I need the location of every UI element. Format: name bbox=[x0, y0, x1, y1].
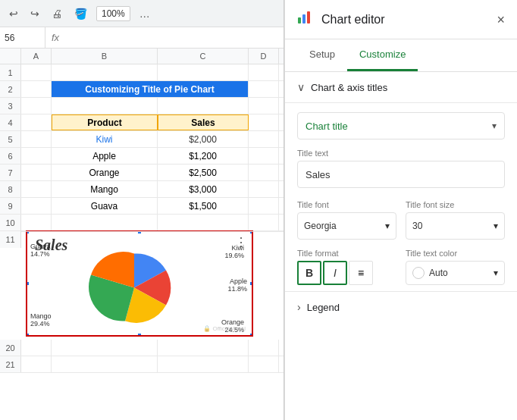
editor-header: Chart editor × bbox=[285, 0, 517, 39]
cell-1d[interactable] bbox=[249, 64, 279, 80]
col-header-d: D bbox=[249, 49, 279, 64]
close-button[interactable]: × bbox=[497, 13, 505, 27]
title-text-label: Title text bbox=[297, 149, 505, 158]
title-font-dropdown[interactable]: Georgia ▾ bbox=[297, 212, 396, 240]
cell-6d[interactable] bbox=[249, 148, 279, 164]
cell-9b[interactable]: Guava bbox=[52, 198, 158, 214]
title-text-input[interactable] bbox=[297, 161, 505, 188]
section-chart-axis-titles[interactable]: ∨ Chart & axis titles bbox=[285, 72, 517, 103]
cell-21c[interactable] bbox=[158, 356, 249, 372]
cell-5b[interactable]: Kiwi bbox=[52, 131, 158, 147]
resize-handle-bm[interactable] bbox=[137, 333, 142, 337]
cell-7a[interactable] bbox=[21, 165, 52, 180]
cell-21a[interactable] bbox=[21, 356, 52, 372]
chart-title-dropdown[interactable]: Chart title ▾ bbox=[297, 112, 505, 139]
resize-handle-bl[interactable] bbox=[26, 333, 30, 337]
cell-20b[interactable] bbox=[52, 340, 158, 356]
cell-2a[interactable] bbox=[21, 81, 52, 97]
tab-customize[interactable]: Customize bbox=[347, 39, 418, 71]
cell-21d[interactable] bbox=[249, 356, 279, 372]
resize-handle-br[interactable] bbox=[249, 333, 253, 337]
cell-7d[interactable] bbox=[249, 165, 279, 180]
bold-button[interactable]: B bbox=[297, 261, 321, 285]
redo-button[interactable]: ↪ bbox=[27, 6, 42, 21]
cell-20c[interactable] bbox=[158, 340, 249, 356]
cell-20a[interactable] bbox=[21, 340, 52, 356]
title-color-label: Title text color bbox=[406, 249, 505, 258]
cell-10b[interactable] bbox=[52, 215, 158, 230]
cell-10a[interactable] bbox=[21, 215, 52, 230]
cell-8c[interactable]: $3,000 bbox=[158, 181, 249, 197]
cell-2d[interactable] bbox=[249, 81, 279, 97]
row-num-7: 7 bbox=[0, 165, 21, 180]
section-title-chart-axis: Chart & axis titles bbox=[311, 82, 387, 93]
undo-button[interactable]: ↩ bbox=[6, 6, 21, 21]
svg-rect-0 bbox=[298, 17, 301, 24]
cell-8d[interactable] bbox=[249, 181, 279, 197]
cell-8b[interactable]: Mango bbox=[52, 181, 158, 197]
cell-1a[interactable] bbox=[21, 64, 52, 80]
toolbar: ↩ ↪ 🖨 🪣 100% … bbox=[0, 0, 284, 27]
row-num-11: 11 bbox=[0, 231, 21, 248]
table-row: 11 bbox=[0, 231, 284, 232]
cell-9a[interactable] bbox=[21, 198, 52, 214]
row-num-2: 2 bbox=[0, 81, 21, 97]
chart-title-type-group: Chart title ▾ bbox=[285, 103, 517, 146]
table-row: 10 bbox=[0, 215, 284, 231]
row-num-8: 8 bbox=[0, 181, 21, 197]
format-buttons: B I ≡ bbox=[297, 261, 396, 285]
row-num-10: 10 bbox=[0, 215, 21, 230]
cell-10d[interactable] bbox=[249, 215, 279, 230]
dropdown-arrow-icon: ▾ bbox=[492, 121, 497, 131]
cell-3b[interactable] bbox=[52, 98, 158, 114]
cell-5c[interactable]: $2,000 bbox=[158, 131, 249, 147]
cell-3d[interactable] bbox=[249, 98, 279, 114]
grid-container: A B C D 1 2 Customizing Title of Pie Cha… bbox=[0, 49, 284, 420]
product-header[interactable]: Product bbox=[52, 114, 158, 130]
spreadsheet-title-cell[interactable]: Customizing Title of Pie Chart bbox=[52, 81, 249, 97]
tab-setup[interactable]: Setup bbox=[297, 39, 347, 71]
cell-1b[interactable] bbox=[52, 64, 158, 80]
cell-1c[interactable] bbox=[158, 64, 249, 80]
editor-title: Chart editor bbox=[321, 13, 487, 27]
cell-4d[interactable] bbox=[249, 114, 279, 130]
pie-chart bbox=[81, 246, 187, 330]
legend-title: Legend bbox=[307, 302, 340, 313]
cell-7c[interactable]: $2,500 bbox=[158, 165, 249, 180]
cell-6b[interactable]: Apple bbox=[52, 148, 158, 164]
print-button[interactable]: 🖨 bbox=[49, 6, 65, 21]
cell-21b[interactable] bbox=[52, 356, 158, 372]
cell-5a[interactable] bbox=[21, 131, 52, 147]
zoom-display[interactable]: 100% bbox=[96, 6, 130, 21]
resize-handle-mr[interactable] bbox=[249, 281, 253, 286]
title-font-size-group: Title font size 30 ▾ bbox=[406, 200, 505, 240]
cell-9c[interactable]: $1,500 bbox=[158, 198, 249, 214]
chart-container[interactable]: Sales ⋮ Kiwi19.6% Apple11.8% Orange24.5%… bbox=[26, 230, 253, 337]
cell-reference: 56 bbox=[0, 27, 45, 48]
cell-6a[interactable] bbox=[21, 148, 52, 164]
cell-3c[interactable] bbox=[158, 98, 249, 114]
cell-8a[interactable] bbox=[21, 181, 52, 197]
cell-7b[interactable]: Orange bbox=[52, 165, 158, 180]
italic-button[interactable]: I bbox=[323, 261, 347, 285]
col-header-b: B bbox=[52, 49, 158, 64]
cell-6c[interactable]: $1,200 bbox=[158, 148, 249, 164]
align-button[interactable]: ≡ bbox=[349, 261, 373, 285]
title-color-dropdown[interactable]: Auto ▾ bbox=[406, 261, 505, 285]
cell-4a[interactable] bbox=[21, 114, 52, 130]
resize-handle-ml[interactable] bbox=[26, 281, 30, 286]
title-font-size-label: Title font size bbox=[406, 200, 505, 209]
sales-header[interactable]: Sales bbox=[158, 114, 249, 130]
legend-section[interactable]: › Legend bbox=[285, 291, 517, 322]
cell-10c[interactable] bbox=[158, 215, 249, 230]
table-row: 21 bbox=[0, 356, 284, 373]
format-row: Title format B I ≡ Title text color Auto… bbox=[285, 246, 517, 291]
cell-20d[interactable] bbox=[249, 340, 279, 356]
cell-5d[interactable] bbox=[249, 131, 279, 147]
paint-button[interactable]: 🪣 bbox=[71, 6, 90, 21]
section-chevron-icon: ∨ bbox=[297, 81, 305, 93]
cell-9d[interactable] bbox=[249, 198, 279, 214]
more-button[interactable]: … bbox=[136, 6, 153, 21]
cell-3a[interactable] bbox=[21, 98, 52, 114]
title-font-size-dropdown[interactable]: 30 ▾ bbox=[406, 212, 505, 240]
